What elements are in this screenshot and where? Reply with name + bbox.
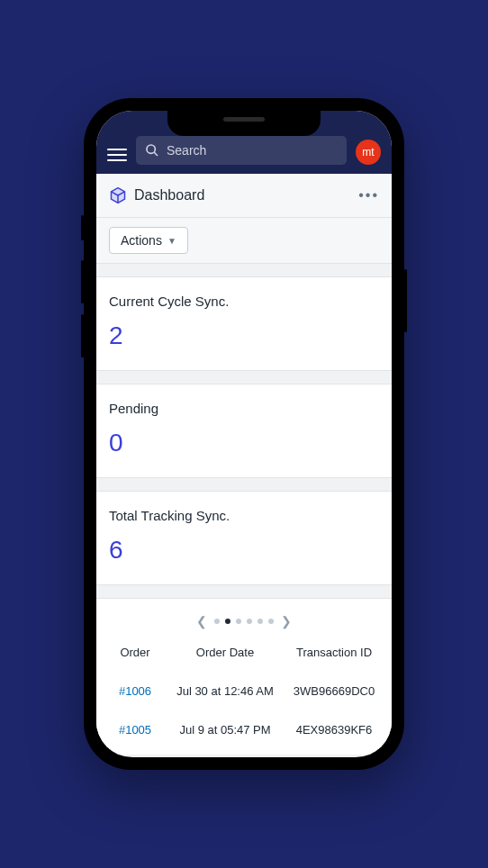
pager-next-icon[interactable]: ❯ [279, 614, 294, 628]
actions-button-label: Actions [121, 233, 162, 248]
table-row: #1006 Jul 30 at 12:46 AM 3WB96669DC0 [109, 672, 379, 710]
table-header-row: Order Order Date Transaction ID [109, 629, 379, 672]
stat-value: 0 [109, 429, 379, 457]
caret-down-icon: ▼ [167, 236, 176, 246]
stat-value: 2 [109, 321, 379, 350]
page-header: Dashboard ••• [96, 174, 392, 218]
content-area: Dashboard ••• Actions ▼ Current Cycle Sy… [96, 174, 392, 757]
app-cube-icon [109, 186, 127, 204]
screen: Search mt Dashboard ••• Actions ▼ [96, 111, 392, 757]
pager: ❮ ❯ [194, 614, 294, 628]
actions-button[interactable]: Actions ▼ [109, 227, 188, 254]
pager-dot[interactable] [247, 619, 252, 624]
page-title: Dashboard [134, 187, 351, 203]
hamburger-menu-icon[interactable] [107, 149, 127, 165]
stat-card-current-cycle: Current Cycle Sync. 2 [96, 276, 392, 371]
table-header-txn: Transaction ID [289, 646, 379, 659]
stat-card-pending: Pending 0 [96, 384, 392, 478]
stat-label: Pending [109, 401, 379, 416]
stat-label: Total Tracking Sync. [109, 508, 379, 523]
table-header-date: Order Date [167, 646, 284, 659]
pager-dot[interactable] [258, 619, 263, 624]
order-date: Jul 9 at 05:47 PM [167, 723, 284, 737]
search-input[interactable]: Search [136, 136, 347, 165]
pager-section: ❮ ❯ Order Order Date Transaction ID [96, 598, 392, 755]
pager-dot[interactable] [225, 619, 230, 624]
pager-prev-icon[interactable]: ❮ [194, 614, 209, 628]
order-link[interactable]: #1006 [109, 684, 161, 698]
search-icon [145, 143, 159, 158]
pager-dot[interactable] [214, 619, 220, 624]
actions-bar: Actions ▼ [96, 218, 392, 264]
order-txn-id: 4EX98639KF6 [289, 723, 379, 737]
search-placeholder: Search [167, 143, 206, 158]
table-row: #1005 Jul 9 at 05:47 PM 4EX98639KF6 [109, 710, 379, 749]
pager-dot[interactable] [236, 619, 241, 624]
svg-point-0 [147, 145, 155, 153]
order-date: Jul 30 at 12:46 AM [167, 684, 284, 698]
stat-cards: Current Cycle Sync. 2 Pending 0 Total Tr… [96, 276, 392, 585]
stat-value: 6 [109, 536, 379, 565]
stat-card-total-tracking: Total Tracking Sync. 6 [96, 491, 392, 585]
phone-frame: Search mt Dashboard ••• Actions ▼ [84, 98, 404, 770]
more-icon[interactable]: ••• [358, 187, 379, 203]
avatar[interactable]: mt [356, 140, 381, 165]
notch [167, 111, 321, 136]
table-header-order: Order [109, 646, 161, 659]
pager-dot[interactable] [268, 619, 274, 624]
order-link[interactable]: #1005 [109, 723, 161, 737]
orders-table: Order Order Date Transaction ID #1006 Ju… [96, 629, 392, 749]
svg-line-1 [154, 152, 158, 156]
order-txn-id: 3WB96669DC0 [289, 684, 379, 698]
stat-label: Current Cycle Sync. [109, 294, 379, 309]
